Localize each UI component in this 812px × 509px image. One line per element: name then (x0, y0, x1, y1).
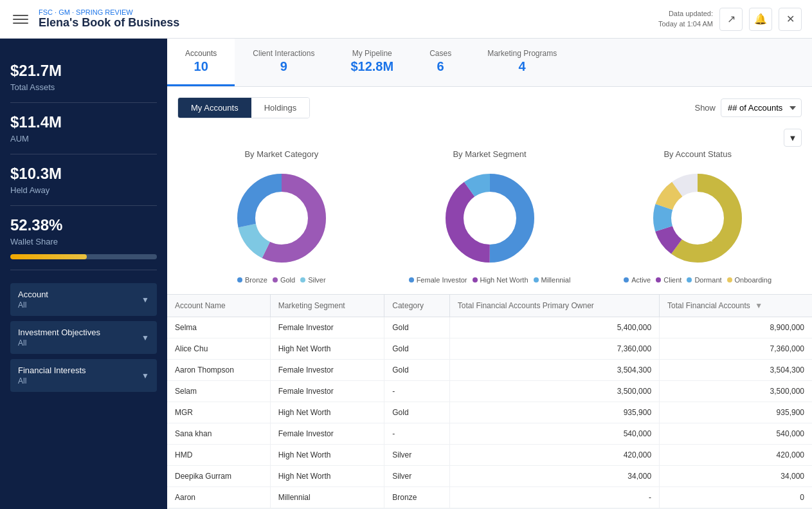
chart-options-dropdown[interactable]: ▼ (784, 129, 802, 147)
accounts-table: Account Name Marketing Segment Category … (167, 295, 812, 508)
table-row[interactable]: Alice Chu High Net Worth Gold 7,360,000 … (167, 338, 812, 360)
total-assets-label: Total Assets (10, 82, 157, 92)
wallet-share-label: Wallet Share (10, 237, 157, 246)
cell-category: - (384, 423, 449, 445)
tab-marketing-programs[interactable]: Marketing Programs 4 (469, 39, 575, 86)
tab-my-pipeline[interactable]: My Pipeline $12.8M (332, 39, 411, 86)
cell-account-name: Aaron Thompson (167, 360, 270, 381)
cell-total: 8,900,000 (660, 317, 812, 338)
page-title: Elena's Book of Business (39, 16, 179, 30)
legend-onboarding: Onboarding (727, 276, 772, 284)
legend-gold: Gold (273, 276, 295, 284)
aum-value: $11.4M (10, 113, 157, 131)
cell-primary: 3,500,000 (449, 381, 659, 402)
legend-active: Active (624, 276, 651, 284)
legend-market-segment: Female Investor High Net Worth Millennia… (393, 276, 586, 284)
svg-text:4: 4 (492, 199, 496, 207)
notifications-button[interactable]: 🔔 (749, 8, 772, 31)
cell-segment: Millennial (270, 487, 384, 508)
svg-text:1: 1 (284, 196, 287, 203)
content-area: Accounts 10 Client Interactions 9 My Pip… (167, 39, 812, 509)
table-row[interactable]: Selma Female Investor Gold 5,400,000 8,9… (167, 317, 812, 338)
investment-objectives-filter[interactable]: Investment Objectives All ▼ (10, 321, 157, 354)
table-row[interactable]: MGR High Net Worth Gold 935,900 935,900 (167, 402, 812, 423)
tab-cases[interactable]: Cases 6 (411, 39, 469, 86)
breadcrumb: FSC · GM · SPRING REVIEW (39, 8, 179, 16)
cell-category: Gold (384, 317, 449, 338)
charts-row: By Market Category (177, 149, 802, 284)
legend-dormant: Dormant (687, 276, 721, 284)
show-label: Show (694, 103, 716, 113)
cell-account-name: Alice Chu (167, 338, 270, 360)
data-updated-text: Data updated: Today at 1:04 AM (658, 9, 713, 29)
table-row[interactable]: HMD High Net Worth Silver 420,000 420,00… (167, 445, 812, 466)
cell-account-name: Sana khan (167, 423, 270, 445)
cell-category: Gold (384, 402, 449, 423)
col-total-primary[interactable]: Total Financial Accounts Primary Owner (449, 295, 659, 317)
stat-wallet-share: 52.38% Wallet Share (10, 206, 157, 270)
close-button[interactable]: ✕ (779, 8, 802, 31)
sidebar: $21.7M Total Assets $11.4M AUM $10.3M He… (0, 39, 167, 509)
col-account-name[interactable]: Account Name (167, 295, 270, 317)
charts-section: My Accounts Holdings Show ## of Accounts… (167, 87, 812, 294)
show-control: Show ## of Accounts AUM Total Assets (694, 98, 802, 117)
cell-category: Gold (384, 360, 449, 381)
chart-account-status: By Account Status 6 (593, 149, 802, 284)
cell-primary: 7,360,000 (449, 338, 659, 360)
table-row[interactable]: Sana khan Female Investor - 540,000 540,… (167, 423, 812, 445)
col-category[interactable]: Category (384, 295, 449, 317)
cell-primary: 420,000 (449, 445, 659, 466)
cell-segment: Female Investor (270, 317, 384, 338)
cell-segment: High Net Worth (270, 466, 384, 487)
cell-category: Silver (384, 466, 449, 487)
cell-category: - (384, 381, 449, 402)
investment-filter-chevron: ▼ (141, 333, 149, 342)
col-marketing-segment[interactable]: Marketing Segment (270, 295, 384, 317)
chart-market-segment: By Market Segment 5 1 4 (386, 149, 594, 284)
stat-total-assets: $21.7M Total Assets (10, 51, 157, 103)
table-row[interactable]: Aaron Millennial Bronze - 0 (167, 487, 812, 508)
header-right: Data updated: Today at 1:04 AM ↗ 🔔 ✕ (658, 8, 802, 31)
cell-primary: 3,504,300 (449, 360, 659, 381)
svg-text:5: 5 (475, 234, 479, 242)
legend-high-net-worth: High Net Worth (473, 276, 528, 284)
table-row[interactable]: Selam Female Investor - 3,500,000 3,500,… (167, 381, 812, 402)
cell-total: 420,000 (660, 445, 812, 466)
holdings-toggle[interactable]: Holdings (251, 98, 310, 118)
menu-icon[interactable] (10, 9, 31, 30)
cell-segment: High Net Worth (270, 445, 384, 466)
svg-text:4: 4 (272, 232, 276, 240)
cell-segment: High Net Worth (270, 338, 384, 360)
share-button[interactable]: ↗ (719, 8, 743, 31)
cell-account-name: Selam (167, 381, 270, 402)
chart-market-category-title: By Market Category (185, 149, 378, 159)
col-total-financial[interactable]: Total Financial Accounts ▼ (660, 295, 812, 317)
svg-text:1: 1 (708, 235, 712, 243)
cell-segment: Female Investor (270, 423, 384, 445)
cell-total: 0 (660, 487, 812, 508)
cell-primary: 935,900 (449, 402, 659, 423)
show-select[interactable]: ## of Accounts AUM Total Assets (721, 98, 802, 117)
tab-accounts[interactable]: Accounts 10 (167, 39, 235, 86)
tab-client-interactions[interactable]: Client Interactions 9 (235, 39, 332, 86)
cell-primary: - (449, 487, 659, 508)
table-row[interactable]: Deepika Gurram High Net Worth Silver 34,… (167, 466, 812, 487)
financial-interests-filter[interactable]: Financial Interests All ▼ (10, 359, 157, 392)
my-accounts-toggle[interactable]: My Accounts (178, 98, 251, 118)
table-row[interactable]: Aaron Thompson Female Investor Gold 3,50… (167, 360, 812, 381)
total-assets-value: $21.7M (10, 62, 157, 80)
stat-aum: $11.4M AUM (10, 103, 157, 154)
donut-market-segment: 5 1 4 (393, 167, 586, 270)
held-away-value: $10.3M (10, 165, 157, 183)
wallet-share-value: 52.38% (10, 216, 157, 234)
cell-account-name: Aaron (167, 487, 270, 508)
svg-text:1: 1 (708, 199, 712, 207)
account-filter[interactable]: Account All ▼ (10, 283, 157, 316)
svg-text:6: 6 (678, 217, 681, 225)
cell-primary: 5,400,000 (449, 317, 659, 338)
stat-held-away: $10.3M Held Away (10, 154, 157, 206)
legend-market-category: Bronze Gold Silver (185, 276, 378, 284)
cell-total: 3,504,300 (660, 360, 812, 381)
cell-total: 3,500,000 (660, 381, 812, 402)
legend-millennial: Millennial (534, 276, 571, 284)
